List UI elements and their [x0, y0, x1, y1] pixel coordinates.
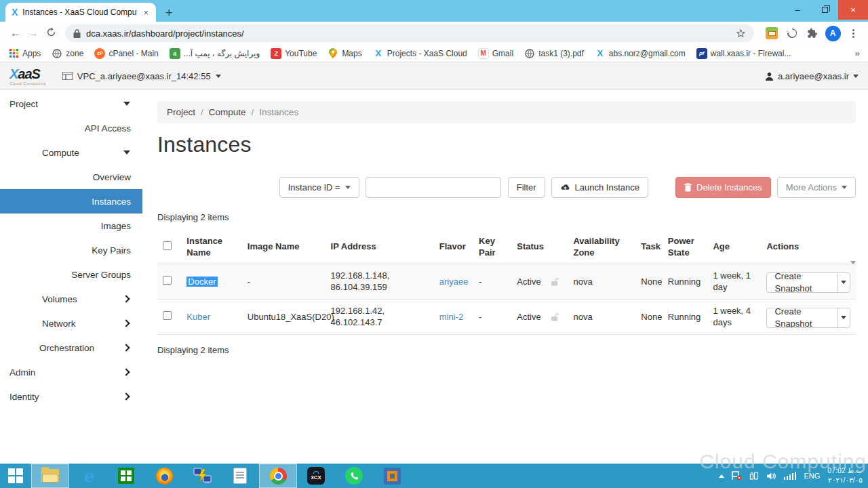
col-status[interactable]: Status [511, 231, 568, 264]
row-actions-dropdown[interactable] [837, 308, 850, 327]
taskbar-3cx[interactable]: 3CX [297, 464, 335, 488]
start-button[interactable] [0, 464, 31, 488]
address-bar[interactable]: dca.xaas.ir/dashboard/project/instances/ [65, 24, 754, 42]
chevron-down-icon [216, 75, 221, 78]
create-snapshot-button[interactable]: Create Snapshot [767, 273, 837, 292]
bookmark-abs-norz[interactable]: X abs.norz@gmail.com [595, 48, 686, 59]
sidebar-item-compute[interactable]: Compute [0, 140, 142, 165]
bookmark-maps[interactable]: Maps [328, 48, 361, 59]
new-tab-button[interactable]: + [165, 7, 173, 19]
sidebar-item-key-pairs[interactable]: Key Pairs [0, 238, 142, 262]
restore-button[interactable] [811, 0, 838, 20]
taskbar-microsoft-store[interactable] [107, 464, 145, 488]
col-age[interactable]: Age [707, 231, 761, 264]
sidebar-item-network[interactable]: Network [0, 311, 142, 336]
status-text: Active [517, 276, 540, 288]
taskbar-whatsapp[interactable] [335, 464, 373, 488]
flavor-link[interactable]: ariyaee [439, 277, 469, 287]
row-checkbox[interactable] [163, 311, 172, 320]
tray-chevron-up-icon[interactable] [719, 474, 724, 478]
sidebar-item-overview[interactable]: Overview [0, 165, 142, 189]
xaas-favicon-icon: X [12, 7, 18, 18]
bookmark-apps[interactable]: Apps [8, 48, 41, 59]
sidebar-item-project[interactable]: Project [0, 92, 142, 116]
instance-name-link[interactable]: Docker [186, 277, 217, 287]
filter-input[interactable] [366, 177, 501, 198]
sidebar-item-server-groups[interactable]: Server Groups [0, 262, 142, 287]
taskbar-notepad[interactable] [221, 464, 259, 488]
taskbar-vmware[interactable] [373, 464, 411, 488]
language-indicator[interactable]: ENG [804, 472, 820, 480]
extensions-puzzle-icon[interactable] [804, 28, 821, 39]
minimize-button[interactable]: – [784, 0, 811, 20]
history-extension-icon[interactable] [784, 28, 800, 39]
sidebar-item-images[interactable]: Images [0, 214, 142, 238]
table-header-caret[interactable] [850, 264, 856, 277]
url-text[interactable]: dca.xaas.ir/dashboard/project/instances/ [86, 28, 730, 39]
select-all-checkbox[interactable] [163, 241, 172, 250]
col-image-name[interactable]: Image Name [242, 231, 326, 264]
chrome-menu-icon[interactable] [845, 29, 861, 38]
sidebar-item-identity[interactable]: Identity [0, 384, 142, 409]
forward-button[interactable]: → [24, 27, 42, 39]
app-header: XaaS Cloud Computing VPC_a.ariyaee@xaas.… [0, 62, 868, 90]
sidebar-nav: Project API Access Compute Overview Inst… [0, 90, 142, 464]
z-icon: Z [271, 48, 281, 59]
bookmark-star-icon[interactable] [736, 28, 746, 39]
network-signal-icon[interactable] [784, 472, 797, 480]
breadcrumb: Project / Compute / Instances [157, 101, 856, 123]
filter-field-dropdown[interactable]: Instance ID = [279, 177, 359, 198]
project-switcher[interactable]: VPC_a.ariyaee@xaas.ir_14:42:55 [62, 71, 221, 81]
taskbar-chrome[interactable] [259, 464, 297, 488]
bookmark-persian[interactable]: a ویرایش برگه ، پمپ آ... [170, 48, 260, 59]
reload-button[interactable] [42, 27, 60, 40]
page-title: Instances [157, 132, 856, 157]
bookmark-youtube[interactable]: Z YouTube [271, 48, 317, 59]
taskbar-internet-explorer[interactable]: e [69, 464, 107, 488]
delete-instances-button[interactable]: Delete Instances [675, 177, 771, 198]
create-snapshot-button[interactable]: Create Snapshot [767, 308, 837, 327]
browser-tab[interactable]: X Instances - XaaS Cloud Computi × [5, 3, 156, 22]
action-center-flag-icon[interactable] [732, 471, 742, 481]
taskbar-clock[interactable]: 07:02 ب.ظ ۲۰۲۱/۰۳/۰۵ [827, 466, 863, 485]
sidebar-item-volumes[interactable]: Volumes [0, 287, 142, 311]
breadcrumb-compute[interactable]: Compute [209, 107, 246, 117]
table-row: Kuber Ubuntu18_XaaS(D20) 192.168.1.42, 4… [157, 299, 856, 334]
flavor-link[interactable]: mini-2 [439, 312, 463, 322]
taskbar-winscp[interactable] [183, 464, 221, 488]
taskbar-file-explorer[interactable] [31, 464, 69, 488]
bookmarks-overflow-chevron[interactable]: » [855, 48, 860, 58]
close-window-button[interactable]: × [838, 0, 868, 20]
row-actions-dropdown[interactable] [837, 273, 850, 292]
bookmark-firewall[interactable]: pf wall.xaas.ir - Firewal... [696, 48, 791, 59]
chevron-right-icon [122, 368, 130, 375]
col-instance-name[interactable]: Instance Name [181, 231, 241, 264]
bookmark-cpanel[interactable]: cP cPanel - Main [94, 48, 158, 59]
bookmark-zone[interactable]: zone [52, 48, 83, 59]
sidebar-item-orchestration[interactable]: Orchestration [0, 336, 142, 360]
taskbar-firefox[interactable] [145, 464, 183, 488]
sidebar-item-api-access[interactable]: API Access [0, 116, 142, 140]
breadcrumb-project[interactable]: Project [167, 107, 195, 117]
profile-avatar[interactable]: A [825, 26, 841, 41]
more-actions-button[interactable]: More Actions [777, 177, 856, 198]
user-menu[interactable]: a.ariyaee@xaas.ir [765, 71, 859, 81]
speaker-icon[interactable] [766, 472, 776, 481]
bookmark-gmail[interactable]: M Gmail [478, 48, 513, 59]
back-button[interactable]: ← [7, 27, 24, 39]
sidebar-item-admin[interactable]: Admin [0, 360, 142, 384]
instance-name-link[interactable]: Kuber [186, 312, 210, 322]
bookmark-task1-pdf[interactable]: task1 (3).pdf [524, 48, 584, 59]
sidebar-item-instances[interactable]: Instances [0, 189, 142, 214]
mail-extension-icon[interactable] [764, 27, 780, 39]
bookmark-projects-xaas[interactable]: X Projects - XaaS Cloud [373, 48, 467, 59]
xaas-icon: X [595, 48, 606, 59]
close-tab-icon[interactable]: × [142, 7, 150, 18]
launch-instance-button[interactable]: Launch Instance [551, 177, 648, 198]
col-task: Task [635, 231, 663, 264]
bookmarks-bar: Apps zone cP cPanel - Main a ویرایش برگه… [0, 45, 868, 62]
xaas-logo[interactable]: XaaS Cloud Computing [9, 67, 46, 85]
row-checkbox[interactable] [163, 276, 172, 285]
filter-button[interactable]: Filter [508, 177, 545, 198]
usb-device-icon[interactable] [749, 471, 759, 481]
